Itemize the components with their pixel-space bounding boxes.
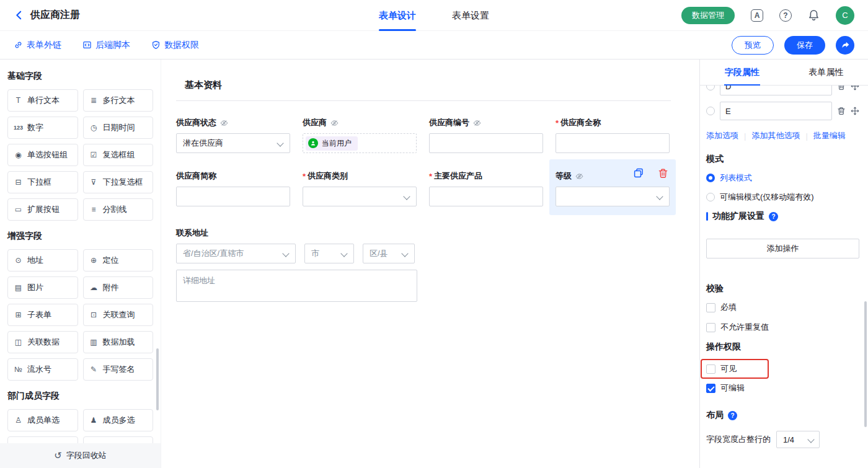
section-title-member-fields: 部门成员字段 xyxy=(7,391,153,402)
sidebar-item-linked-query[interactable]: ⊡关联查询 xyxy=(83,304,154,326)
back-button[interactable] xyxy=(14,10,24,20)
help-question-icon[interactable]: ? xyxy=(769,212,778,221)
sidebar-item-location[interactable]: ⊕定位 xyxy=(83,249,154,272)
share-button[interactable] xyxy=(836,36,854,55)
no-duplicate-checkbox-row[interactable]: 不允许重复值 xyxy=(706,322,859,333)
data-permission-link[interactable]: 数据权限 xyxy=(151,40,199,51)
option-radio[interactable] xyxy=(706,86,715,91)
field-width-select[interactable]: 1/4 xyxy=(776,431,820,448)
mode-editable-radio[interactable]: 可编辑模式(仅移动端有效) xyxy=(706,192,859,203)
tab-form-properties[interactable]: 表单属性 xyxy=(784,60,868,85)
supplier-short-name-input[interactable] xyxy=(176,187,290,206)
city-select[interactable]: 市 xyxy=(304,244,354,263)
sidebar-item-member-single[interactable]: ♙成员单选 xyxy=(7,409,78,431)
no-duplicate-checkbox[interactable] xyxy=(706,323,715,332)
translate-icon[interactable]: A xyxy=(751,9,763,22)
detail-address-textarea[interactable] xyxy=(176,270,417,302)
field-recycle-bin[interactable]: ↺ 字段回收站 xyxy=(0,443,161,468)
canvas-field-level[interactable]: 等级 xyxy=(549,159,676,215)
sidebar-item-linked-data[interactable]: ◫关联数据 xyxy=(7,331,78,353)
sidebar-item-radio-group[interactable]: ◉单选按钮组 xyxy=(7,144,78,166)
sidebar-item-serial-number[interactable]: №流水号 xyxy=(7,358,78,381)
supplier-status-select[interactable]: 潜在供应商 xyxy=(176,133,290,153)
visible-checkbox-row[interactable]: 可见 xyxy=(706,363,737,374)
batch-edit-link[interactable]: 批量编辑 xyxy=(813,130,846,141)
sidebar-item-member-multi[interactable]: ♟成员多选 xyxy=(83,409,154,431)
field-label-row: 供应商编号 xyxy=(429,117,543,128)
help-icon[interactable]: ? xyxy=(779,9,792,22)
province-select[interactable]: 省/自治区/直辖市 xyxy=(176,244,296,263)
panel-scrollbar[interactable] xyxy=(864,301,867,427)
sidebar-item-multi-line-text[interactable]: ≣多行文本 xyxy=(83,89,154,112)
option-value-input[interactable] xyxy=(720,86,832,95)
move-option-icon[interactable] xyxy=(851,86,859,91)
option-value-input[interactable] xyxy=(720,102,832,120)
sidebar-item-handwritten-signature[interactable]: ✎手写签名 xyxy=(83,358,154,381)
preview-button[interactable]: 预览 xyxy=(732,36,774,55)
sidebar-item-single-line-text[interactable]: T单行文本 xyxy=(7,89,78,112)
canvas-field-supplier-category[interactable]: * 供应商类别 xyxy=(303,170,417,206)
sidebar-item-divider-line[interactable]: ≡分割线 xyxy=(83,198,154,221)
help-question-icon[interactable]: ? xyxy=(728,411,737,420)
mode-list-radio[interactable]: 列表模式 xyxy=(706,172,859,183)
tab-form-design[interactable]: 表单设计 xyxy=(379,0,416,31)
notification-bell-icon[interactable] xyxy=(808,9,820,21)
user-avatar[interactable]: C xyxy=(836,6,854,25)
option-links-row: 添加选项 | 添加其他选项 | 批量编辑 xyxy=(706,130,859,141)
sidebar-item-attachment[interactable]: ☁附件 xyxy=(83,276,154,299)
canvas-field-supplier-no[interactable]: 供应商编号 xyxy=(429,117,543,153)
sidebar-item-subform[interactable]: ⊞子表单 xyxy=(7,304,78,326)
visible-checkbox[interactable] xyxy=(706,364,715,374)
canvas-field-contact-address[interactable]: 联系地址 省/自治区/直辖市 市 区/县 xyxy=(176,227,675,302)
sidebar-scrollbar[interactable] xyxy=(156,348,159,410)
supplier-no-input[interactable] xyxy=(429,133,543,153)
current-user-tag[interactable]: 当前用户 xyxy=(306,136,358,151)
sidebar-item-image[interactable]: ▤图片 xyxy=(7,276,78,299)
field-type-label: 多行文本 xyxy=(103,95,135,106)
form-external-link[interactable]: 表单外链 xyxy=(14,40,61,51)
sidebar-item-datetime[interactable]: ◷日期时间 xyxy=(83,117,154,139)
canvas-field-supplier[interactable]: 供应商 当前用户 xyxy=(303,117,417,153)
copy-field-icon[interactable] xyxy=(633,167,644,179)
sidebar-item-checkbox-group[interactable]: ☑复选框组 xyxy=(83,144,154,166)
canvas-field-supplier-short-name[interactable]: 供应商简称 xyxy=(176,170,290,206)
sidebar-item-dropdown[interactable]: ⊟下拉框 xyxy=(7,171,78,193)
delete-option-icon[interactable] xyxy=(837,107,846,115)
sidebar-item-data-load[interactable]: ▥数据加载 xyxy=(83,331,154,353)
add-operation-button[interactable]: 添加操作 xyxy=(706,239,859,258)
canvas-field-supplier-full-name[interactable]: * 供应商全称 xyxy=(556,117,670,153)
editable-checkbox-row[interactable]: 可编辑 xyxy=(706,382,859,394)
sidebar-item-multi-dropdown[interactable]: ⊽下拉复选框 xyxy=(83,171,154,193)
level-select[interactable] xyxy=(556,187,670,206)
district-select[interactable]: 区/县 xyxy=(363,244,415,263)
delete-option-icon[interactable] xyxy=(837,86,846,91)
save-button[interactable]: 保存 xyxy=(784,36,825,55)
supplier-full-name-input[interactable] xyxy=(556,133,670,153)
supplier-category-select[interactable] xyxy=(303,187,417,206)
required-checkbox[interactable] xyxy=(706,303,715,312)
canvas-field-supplier-status[interactable]: 供应商状态 潜在供应商 xyxy=(176,117,290,153)
hidden-eye-icon xyxy=(473,119,481,127)
sidebar-item-extend-button[interactable]: ▭扩展按钮 xyxy=(7,198,78,221)
dropdown-icon: ⊟ xyxy=(14,178,23,187)
form-section-title[interactable]: 基本资料 xyxy=(185,79,675,91)
main-products-input[interactable] xyxy=(429,187,543,206)
field-type-label: 手写签名 xyxy=(103,364,135,375)
sidebar-item-number[interactable]: 123数字 xyxy=(7,117,78,139)
editable-checkbox[interactable] xyxy=(706,384,715,393)
required-checkbox-row[interactable]: 必填 xyxy=(706,302,859,313)
delete-field-icon[interactable] xyxy=(658,168,668,179)
data-manage-button[interactable]: 数据管理 xyxy=(681,7,735,24)
panel-tabs: 字段属性 表单属性 xyxy=(700,60,868,86)
option-radio[interactable] xyxy=(706,107,715,115)
add-other-option-link[interactable]: 添加其他选项 xyxy=(751,130,800,141)
canvas-field-main-products[interactable]: * 主要供应产品 xyxy=(429,170,543,206)
move-option-icon[interactable] xyxy=(851,107,859,115)
tab-form-settings[interactable]: 表单设置 xyxy=(452,0,489,31)
sidebar-item-address[interactable]: ⊙地址 xyxy=(7,249,78,272)
tab-field-properties[interactable]: 字段属性 xyxy=(700,60,784,85)
linked-data-icon: ◫ xyxy=(14,338,23,347)
supplier-user-box[interactable]: 当前用户 xyxy=(303,133,417,153)
backend-script-link[interactable]: 后端脚本 xyxy=(82,40,130,51)
required-asterisk: * xyxy=(556,118,559,128)
